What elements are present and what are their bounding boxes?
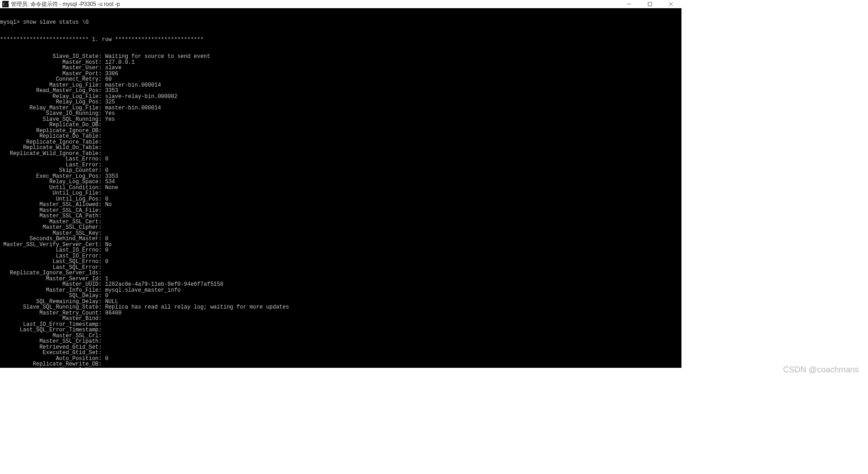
terminal-output[interactable]: mysql> show slave status \G ************…: [0, 8, 681, 368]
status-row: Slave_IO_Running: Yes: [0, 111, 681, 117]
kv-container: Slave_IO_State: Waiting for source to se…: [0, 54, 681, 368]
status-row: Master_Bind:: [0, 316, 681, 322]
status-row: Channel_Name:: [0, 367, 681, 368]
status-row: Read_Master_Log_Pos: 3353: [0, 88, 681, 94]
status-row: Master_SSL_Crlpath:: [0, 339, 681, 345]
close-button[interactable]: [660, 0, 681, 8]
status-row: Connect_Retry: 60: [0, 77, 681, 82]
status-row: Master_UUID: 1282ac0e-4a79-11eb-9ef0-94e…: [0, 282, 681, 288]
status-row: Last_Errno: 0: [0, 156, 681, 162]
status-row: Until_Log_File:: [0, 191, 681, 196]
minimize-button[interactable]: [619, 0, 639, 8]
status-row: Replicate_Rewrite_DB:: [0, 361, 681, 367]
status-row: Skip_Counter: 0: [0, 168, 681, 174]
status-row: Master_User: slave: [0, 65, 681, 71]
status-row: Seconds_Behind_Master: 0: [0, 236, 681, 242]
title-bar[interactable]: C:\ 管理员: 命令提示符 - mysql -P3305 -u root -p: [0, 0, 681, 8]
status-row: Replicate_Ignore_Server_Ids:: [0, 270, 681, 276]
status-row: Slave_IO_State: Waiting for source to se…: [0, 54, 681, 60]
cmd-window: C:\ 管理员: 命令提示符 - mysql -P3305 -u root -p…: [0, 0, 681, 368]
status-row: Replicate_Do_Table:: [0, 134, 681, 139]
maximize-button[interactable]: [639, 0, 660, 8]
cmd-icon: C:\: [2, 0, 9, 8]
status-row: SQL_Delay: 0: [0, 293, 681, 299]
watermark: CSDN @coachmans: [783, 365, 859, 375]
status-row: Replicate_Do_DB:: [0, 122, 681, 128]
prompt-line: mysql> show slave status \G: [0, 20, 681, 26]
status-row: Relay_Log_Pos: 325: [0, 99, 681, 105]
svg-text:C:\: C:\: [3, 2, 9, 7]
status-row: Last_SQL_Error_Timestamp:: [0, 327, 681, 333]
title-text: 管理员: 命令提示符 - mysql -P3305 -u root -p: [11, 0, 120, 8]
row-header: *************************** 1. row *****…: [0, 37, 681, 43]
svg-rect-3: [648, 2, 652, 6]
status-row: Master_SSL_Cipher:: [0, 225, 681, 231]
status-row: Relay_Log_Space: 534: [0, 179, 681, 185]
status-row: Master_SSL_Allowed: No: [0, 202, 681, 208]
status-row: Last_SQL_Errno: 0: [0, 259, 681, 265]
status-row: Last_IO_Errno: 0: [0, 247, 681, 253]
status-row: Replicate_Wild_Do_Table:: [0, 145, 681, 151]
status-row: Executed_Gtid_Set:: [0, 350, 681, 356]
status-row: Master_SSL_CA_Path:: [0, 213, 681, 219]
status-row: Slave_SQL_Running_State: Replica has rea…: [0, 304, 681, 310]
